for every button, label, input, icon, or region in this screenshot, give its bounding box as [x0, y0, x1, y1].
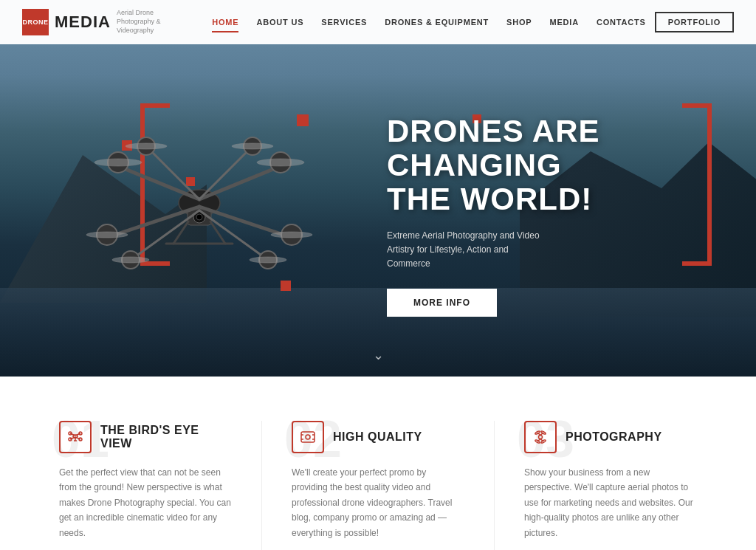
svg-point-23 [271, 232, 312, 238]
feature-birds-eye: 01 THE BIRD'S EYE VIEW [59, 421, 232, 550]
feature-header-1: THE BIRD'S EYE VIEW [59, 421, 232, 453]
quality-icon [292, 421, 324, 453]
svg-point-21 [257, 159, 304, 166]
feature-title-2: HIGH QUALITY [333, 430, 422, 444]
nav-shop[interactable]: SHOP [498, 13, 540, 31]
nav-about[interactable]: ABOUT US [247, 13, 312, 31]
features-section: 01 THE BIRD'S EYE VIEW [0, 377, 756, 550]
svg-point-25 [232, 143, 273, 149]
svg-line-7 [199, 207, 288, 236]
svg-line-4 [118, 166, 199, 199]
svg-point-20 [94, 159, 142, 166]
header: DRONE MEDIA Aerial Drone Photography & V… [0, 0, 756, 44]
svg-line-6 [111, 207, 199, 236]
feature-desc-1: Get the perfect view that can not be see… [59, 465, 232, 540]
divider-2 [494, 421, 495, 550]
main-nav: HOME ABOUT US SERVICES DRONES & EQUIPMEN… [203, 12, 734, 32]
svg-point-24 [126, 143, 167, 149]
more-info-button[interactable]: MORE INFO [387, 289, 497, 317]
logo-icon: DRONE [22, 9, 49, 35]
feature-header-2: HIGH QUALITY [292, 421, 464, 453]
logo-tagline: Aerial Drone Photography & Videography [117, 9, 183, 35]
hero-title: DRONES ARE CHANGING THE WORLD! [387, 114, 667, 217]
nav-services[interactable]: SERVICES [312, 13, 376, 31]
hero-section: DRONES ARE CHANGING THE WORLD! Extreme A… [0, 0, 756, 377]
feature-high-quality: 02 HIGH QUALITY We'll create your perfec… [292, 421, 464, 550]
svg-line-9 [199, 148, 251, 199]
svg-point-26 [112, 257, 149, 263]
nav-media[interactable]: MEDIA [540, 13, 587, 31]
svg-point-3 [196, 214, 202, 220]
svg-point-27 [250, 257, 286, 263]
svg-point-22 [86, 232, 128, 238]
logo: DRONE MEDIA Aerial Drone Photography & V… [22, 9, 183, 35]
feature-photography: 03 PHOTOGRAPHY Show your business from [524, 421, 697, 550]
feature-title-1: THE BIRD'S EYE VIEW [100, 424, 232, 450]
bracket-right-decoration [682, 103, 712, 266]
nav-home[interactable]: HOME [203, 13, 247, 31]
hero-subtitle: Extreme Aerial Photography and Video Art… [387, 229, 549, 272]
drone-image [59, 89, 340, 295]
svg-line-8 [148, 148, 199, 199]
photo-icon [524, 421, 557, 453]
scroll-down-indicator[interactable]: ⌄ [373, 347, 384, 363]
svg-point-49 [539, 436, 543, 439]
drone-icon [59, 421, 92, 453]
nav-contacts[interactable]: CONTACTS [588, 13, 655, 31]
feature-desc-3: Show your business from a new perspectiv… [524, 465, 697, 540]
nav-drones[interactable]: DRONES & EQUIPMENT [376, 13, 498, 31]
nav-portfolio[interactable]: PORTFOLIO [655, 12, 734, 32]
hero-content: DRONES ARE CHANGING THE WORLD! Extreme A… [387, 114, 667, 317]
logo-media-text: MEDIA [55, 13, 111, 32]
svg-line-5 [199, 166, 281, 199]
feature-desc-2: We'll create your perfect promo by provi… [292, 465, 464, 540]
feature-title-3: PHOTOGRAPHY [566, 430, 662, 444]
svg-rect-43 [301, 432, 315, 442]
divider-1 [261, 421, 262, 550]
feature-header-3: PHOTOGRAPHY [524, 421, 697, 453]
svg-point-44 [306, 435, 310, 439]
